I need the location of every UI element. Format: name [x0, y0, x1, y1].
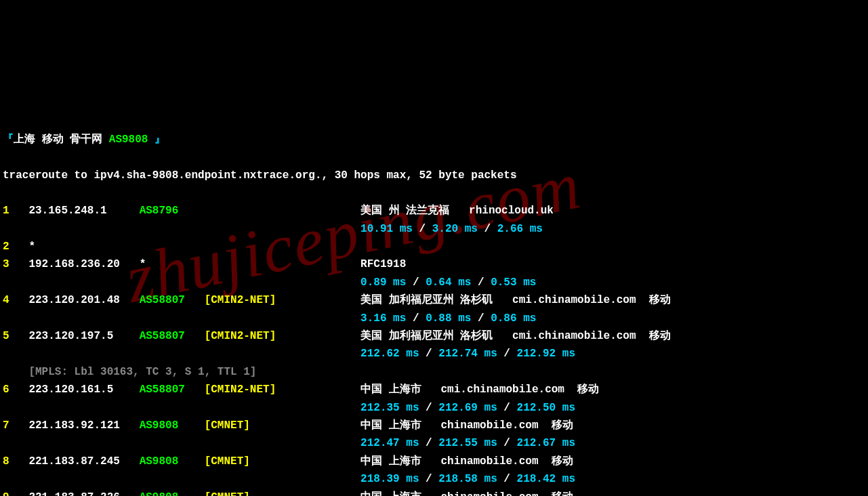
hop-latency-row: 212.62 ms / 212.74 ms / 212.92 ms	[0, 345, 868, 363]
hop-latency-row: 0.89 ms / 0.64 ms / 0.53 ms	[0, 274, 868, 291]
hop-number: 1	[3, 205, 28, 217]
header-asn: AS9808	[109, 133, 148, 146]
header-title: 上海 移动 骨干网	[14, 133, 109, 146]
latency-separator: /	[497, 348, 517, 360]
hop-mpls-row: [MPLS: Lbl 30163, TC 3, S 1, TTL 1]	[0, 363, 868, 381]
latency-value: 3.16 ms	[360, 312, 406, 325]
hop-network: [CMIN2-NET]	[205, 384, 360, 396]
latency-separator: /	[419, 473, 439, 485]
hop-asn: AS9808	[140, 491, 205, 496]
hop-asn: AS58807	[140, 384, 205, 396]
latency-value: 212.47 ms	[360, 437, 419, 449]
hop-location: 美国 州 法兰克福 rhinocloud.uk	[360, 205, 554, 217]
hop-row: 5 223.120.197.5 AS58807 [CMIN2-NET] 美国 加…	[0, 327, 868, 345]
traceroute-command: traceroute to ipv4.sha-9808.endpoint.nxt…	[0, 167, 868, 184]
latency-separator: /	[471, 312, 491, 325]
latency-separator: /	[406, 276, 426, 289]
latency-value: 0.53 ms	[491, 276, 536, 289]
hop-number: 7	[3, 419, 28, 432]
latency-separator: /	[413, 223, 432, 235]
latency-separator: /	[478, 223, 497, 235]
latency-separator: /	[497, 473, 517, 485]
hop-asn: AS9808	[140, 455, 205, 468]
latency-separator: /	[419, 437, 439, 449]
hop-network: [CMNET]	[205, 419, 360, 432]
hop-ip: 23.165.248.1	[28, 205, 139, 217]
latency-value: 0.86 ms	[491, 312, 536, 325]
hop-ip: *	[28, 241, 139, 253]
latency-value: 212.50 ms	[517, 402, 575, 414]
header-line: 『上海 移动 骨干网 AS9808 』	[0, 131, 868, 148]
hop-ip: 223.120.161.5	[28, 384, 139, 396]
latency-separator: /	[406, 312, 426, 325]
hop-asn: AS58807	[140, 294, 205, 306]
hop-number: 4	[3, 294, 28, 306]
hop-asn: *	[140, 258, 205, 270]
hop-row: 8 221.183.87.245 AS9808 [CMNET] 中国 上海市 c…	[0, 453, 868, 470]
latency-separator: /	[497, 402, 517, 414]
hop-network: [CMNET]	[205, 455, 360, 468]
latency-separator: /	[471, 276, 491, 289]
hop-location: RFC1918	[360, 258, 406, 270]
hop-location: 美国 加利福尼亚州 洛杉矶 cmi.chinamobile.com 移动	[360, 330, 671, 342]
hop-number: 3	[3, 258, 28, 270]
hop-row: 4 223.120.201.48 AS58807 [CMIN2-NET] 美国 …	[0, 291, 868, 309]
hop-ip: 221.183.92.121	[28, 419, 139, 432]
latency-value: 212.62 ms	[360, 348, 419, 360]
hop-number: 5	[3, 330, 28, 342]
hop-network: [CMIN2-NET]	[205, 294, 360, 306]
hop-location: 美国 加利福尼亚州 洛杉矶 cmi.chinamobile.com 移动	[360, 294, 671, 306]
hop-location: 中国 上海市 chinamobile.com 移动	[360, 455, 573, 468]
hop-row: 6 223.120.161.5 AS58807 [CMIN2-NET] 中国 上…	[0, 381, 868, 398]
hop-ip: 221.183.87.245	[28, 455, 139, 468]
latency-value: 212.74 ms	[438, 348, 497, 360]
latency-value: 218.39 ms	[360, 473, 419, 485]
terminal-output: 『上海 移动 骨干网 AS9808 』 traceroute to ipv4.s…	[0, 112, 868, 496]
hop-row: 1 23.165.248.1 AS8796 美国 州 法兰克福 rhinoclo…	[0, 202, 868, 220]
latency-value: 10.91 ms	[360, 223, 413, 235]
hop-asn: AS9808	[140, 419, 205, 432]
hop-number: 8	[3, 455, 28, 468]
latency-value: 218.58 ms	[438, 473, 497, 485]
hop-latency-row: 10.91 ms / 3.20 ms / 2.66 ms	[0, 220, 868, 238]
hop-location: 中国 上海市 chinamobile.com 移动	[360, 491, 573, 496]
hop-number: 6	[3, 384, 28, 396]
hop-ip: 223.120.201.48	[28, 294, 139, 306]
hop-latency-row: 212.35 ms / 212.69 ms / 212.50 ms	[0, 399, 868, 417]
hop-latency-row: 3.16 ms / 0.88 ms / 0.86 ms	[0, 310, 868, 327]
hop-number: 2	[3, 241, 28, 253]
hop-row: 2 *	[0, 238, 868, 255]
latency-value: 212.67 ms	[517, 437, 575, 449]
latency-value: 3.20 ms	[432, 223, 478, 235]
latency-separator: /	[419, 402, 439, 414]
latency-value: 212.69 ms	[438, 402, 497, 414]
latency-value: 212.35 ms	[360, 402, 419, 414]
hop-latency-row: 212.47 ms / 212.55 ms / 212.67 ms	[0, 434, 868, 452]
hop-asn: AS8796	[140, 205, 205, 217]
mpls-info: [MPLS: Lbl 30163, TC 3, S 1, TTL 1]	[28, 366, 256, 378]
latency-value: 218.42 ms	[517, 473, 575, 485]
latency-value: 0.88 ms	[426, 312, 471, 325]
hop-asn: AS58807	[140, 330, 205, 342]
hop-location: 中国 上海市 chinamobile.com 移动	[360, 419, 573, 432]
header-prefix: 『	[3, 133, 14, 146]
latency-separator: /	[497, 437, 517, 449]
hop-network: [CMNET]	[205, 491, 360, 496]
header-suffix: 』	[148, 133, 165, 146]
hop-ip: 192.168.236.20	[28, 258, 139, 270]
latency-separator: /	[419, 348, 439, 360]
hop-network: [CMIN2-NET]	[205, 330, 360, 342]
hop-row: 9 221.183.87.226 AS9808 [CMNET] 中国 上海市 c…	[0, 489, 868, 496]
hop-row: 7 221.183.92.121 AS9808 [CMNET] 中国 上海市 c…	[0, 417, 868, 434]
latency-value: 0.89 ms	[360, 276, 406, 289]
hop-row: 3 192.168.236.20 * RFC1918	[0, 255, 868, 273]
latency-value: 212.92 ms	[517, 348, 575, 360]
hop-ip: 221.183.87.226	[28, 491, 139, 496]
latency-value: 2.66 ms	[497, 223, 543, 235]
hop-ip: 223.120.197.5	[28, 330, 139, 342]
hop-number: 9	[3, 491, 28, 496]
latency-value: 0.64 ms	[426, 276, 471, 289]
latency-value: 212.55 ms	[438, 437, 497, 449]
hop-latency-row: 218.39 ms / 218.58 ms / 218.42 ms	[0, 470, 868, 488]
hop-location: 中国 上海市 cmi.chinamobile.com 移动	[360, 384, 599, 396]
